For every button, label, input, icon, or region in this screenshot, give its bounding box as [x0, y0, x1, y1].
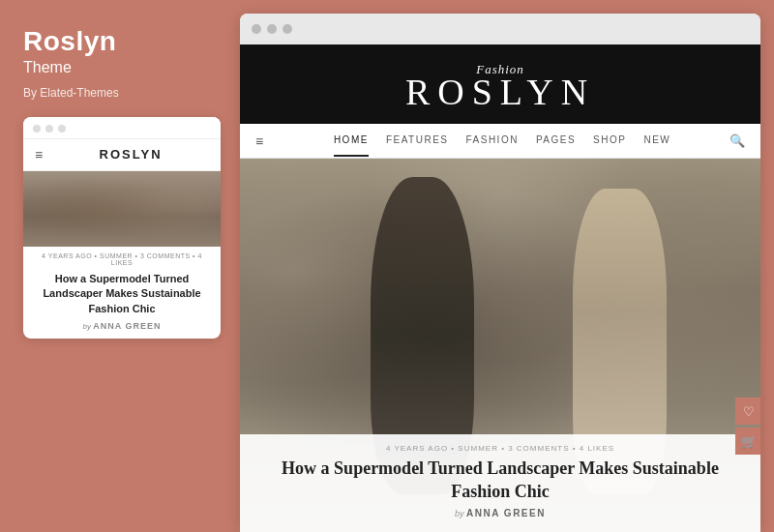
mobile-dot-1 — [33, 125, 41, 133]
nav-item-home[interactable]: HOME — [334, 125, 369, 157]
cart-button[interactable]: 🛒 — [735, 428, 760, 455]
theme-subtitle: Theme — [23, 59, 221, 76]
browser-window: Fashion ROSLYN ≡ HOME FEATURES FASHION P… — [240, 14, 760, 532]
browser-dot-3 — [283, 24, 292, 34]
nav-item-shop[interactable]: SHOP — [593, 125, 626, 157]
site-nav: ≡ HOME FEATURES FASHION PAGES SHOP NEW 🔍 — [240, 124, 760, 159]
author-name: ANNA GREEN — [466, 508, 546, 518]
theme-title: Roslyn — [23, 27, 221, 57]
article-meta: 4 YEARS AGO • SUMMER • 3 COMMENTS • 4 LI… — [259, 444, 741, 453]
article-overlay: 4 YEARS AGO • SUMMER • 3 COMMENTS • 4 LI… — [240, 434, 760, 532]
browser-dot-1 — [252, 24, 261, 34]
nav-item-features[interactable]: FEATURES — [386, 125, 449, 157]
mobile-dot-2 — [45, 125, 53, 133]
nav-item-pages[interactable]: PAGES — [536, 125, 576, 157]
wishlist-icon: ♡ — [743, 404, 755, 419]
nav-item-new[interactable]: NEW — [643, 125, 670, 157]
mobile-nav-bar: ≡ ROSLYN — [23, 139, 221, 171]
mobile-preview: ≡ ROSLYN 4 YEARS AGO • SUMMER • 3 COMMEN… — [23, 117, 221, 339]
cart-icon: 🛒 — [741, 434, 757, 449]
by-label: by — [455, 509, 464, 518]
browser-chrome — [240, 14, 760, 44]
mobile-dot-3 — [58, 125, 66, 133]
site-logo-main: ROSLYN — [259, 74, 741, 110]
article-title: How a Supermodel Turned Landscaper Makes… — [259, 458, 741, 503]
mobile-byline: by ANNA GREEN — [23, 319, 221, 339]
mobile-browser-dots — [23, 117, 221, 139]
article-byline: by ANNA GREEN — [259, 508, 741, 518]
mobile-article-image — [23, 171, 221, 247]
site-header: Fashion ROSLYN — [240, 44, 760, 124]
theme-by: By Elated-Themes — [23, 86, 221, 100]
mobile-author: ANNA GREEN — [93, 321, 161, 331]
wishlist-button[interactable]: ♡ — [735, 398, 760, 425]
left-panel: Roslyn Theme By Elated-Themes ≡ ROSLYN 4… — [0, 0, 240, 532]
side-buttons: ♡ 🛒 — [735, 398, 760, 455]
mobile-image-inner — [23, 171, 221, 247]
site-content: 4 YEARS AGO • SUMMER • 3 COMMENTS • 4 LI… — [240, 159, 760, 532]
mobile-hamburger-icon[interactable]: ≡ — [35, 147, 43, 163]
hero-image: 4 YEARS AGO • SUMMER • 3 COMMENTS • 4 LI… — [240, 159, 760, 532]
nav-search-icon[interactable]: 🔍 — [729, 133, 745, 148]
mobile-article-title: How a Supermodel Turned Landscaper Makes… — [23, 268, 221, 319]
mobile-by-label: by — [83, 322, 91, 331]
nav-item-fashion[interactable]: FASHION — [465, 125, 518, 157]
mobile-logo: ROSLYN — [52, 147, 209, 162]
nav-hamburger-icon[interactable]: ≡ — [255, 133, 263, 149]
mobile-article-meta: 4 YEARS AGO • SUMMER • 3 COMMENTS • 4 LI… — [23, 247, 221, 268]
browser-dot-2 — [267, 24, 277, 34]
nav-items: HOME FEATURES FASHION PAGES SHOP NEW — [275, 125, 729, 157]
